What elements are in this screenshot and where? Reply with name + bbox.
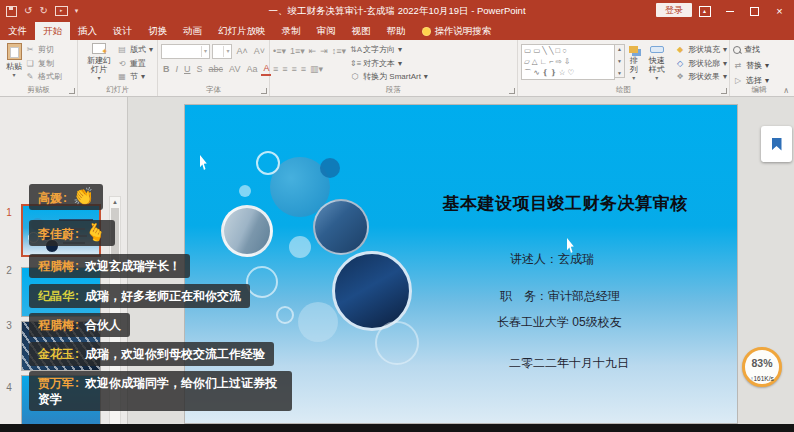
shape-outline-button[interactable]: ◇形状轮廓▾: [675, 58, 727, 69]
tab-animations[interactable]: 动画: [175, 22, 210, 40]
text-direction-button[interactable]: ⇅A文字方向▾: [350, 44, 428, 55]
strikethrough-button[interactable]: abc: [207, 62, 226, 76]
quick-styles-icon: [650, 46, 664, 53]
undo-icon[interactable]: ↺: [24, 3, 32, 19]
scroll-up-icon[interactable]: ▲: [110, 199, 120, 205]
underline-button[interactable]: U: [182, 62, 193, 76]
close-icon[interactable]: ×: [767, 0, 792, 22]
bullets-icon[interactable]: •≡▾: [273, 46, 286, 56]
dialog-launcher-icon[interactable]: [721, 88, 727, 94]
tab-home[interactable]: 开始: [35, 22, 70, 40]
columns-icon[interactable]: ▥▾: [310, 64, 323, 74]
dialog-launcher-icon[interactable]: [509, 88, 515, 94]
copy-button[interactable]: ❏复制: [25, 58, 62, 69]
font-name-combobox[interactable]: ▾: [161, 44, 210, 59]
arrange-icon: [629, 46, 638, 53]
bold-button[interactable]: B: [161, 62, 172, 76]
cut-icon: ✂: [25, 44, 35, 55]
network-status-widget[interactable]: 83% ↑161K/s: [742, 347, 782, 387]
slide-title[interactable]: 基本建设项目竣工财务决算审核: [400, 192, 730, 215]
section-icon: ▦: [117, 71, 127, 82]
dialog-launcher-icon[interactable]: [261, 88, 267, 94]
arrange-button[interactable]: 排列▾: [625, 42, 642, 84]
increase-font-icon[interactable]: A˄: [234, 44, 249, 58]
replace-button[interactable]: ⇄替换▾: [733, 60, 786, 71]
slide-presenter-line[interactable]: 讲述人：玄成瑞: [510, 251, 594, 268]
tab-view[interactable]: 视图: [344, 22, 379, 40]
find-button[interactable]: 查找: [733, 44, 786, 55]
italic-button[interactable]: I: [174, 62, 181, 76]
tab-insert[interactable]: 插入: [70, 22, 105, 40]
slide-date-line[interactable]: 二零二二年十月十九日: [509, 355, 629, 372]
qat-customize-icon[interactable]: ▾: [75, 3, 79, 19]
decorative-circle: [256, 151, 280, 175]
shape-fill-button[interactable]: ◆形状填充▾: [675, 44, 727, 55]
text-shadow-button[interactable]: S: [195, 62, 205, 76]
slide-position-line[interactable]: 职 务：审计部总经理: [500, 288, 620, 305]
building-photo-circle: [313, 199, 369, 255]
format-painter-button[interactable]: ✎格式刷: [25, 71, 62, 82]
align-right-icon[interactable]: ≡: [292, 64, 297, 74]
reset-button[interactable]: ⟲重置: [117, 58, 153, 69]
copy-icon: ❏: [25, 58, 35, 69]
decorative-circle: [246, 266, 278, 298]
tab-design[interactable]: 设计: [105, 22, 140, 40]
slide-number-1: 1: [3, 207, 15, 218]
layout-button[interactable]: ▤版式▾: [117, 44, 153, 55]
bookmark-icon: [772, 138, 782, 151]
smartart-button[interactable]: ⬡转换为 SmartArt▾: [350, 71, 428, 82]
line-spacing-icon[interactable]: ↕≡▾: [332, 46, 346, 56]
tab-review[interactable]: 审阅: [309, 22, 344, 40]
shapes-gallery[interactable]: ▭ ▭ ╲ ╲ □ ○▱ △ ∟ ⌐ ⇨ ⇩⌒ ∿ ❴ ❵ ☆ ♡: [521, 44, 615, 80]
new-slide-button[interactable]: 新建幻灯片 ▾: [81, 42, 117, 84]
group-label-paragraph: 段落: [270, 85, 517, 95]
redo-icon[interactable]: ↻: [39, 3, 47, 19]
align-left-icon[interactable]: ≡: [273, 64, 278, 74]
tab-file[interactable]: 文件: [0, 22, 35, 40]
section-button[interactable]: ▦节▾: [117, 71, 153, 82]
cut-button[interactable]: ✂剪切: [25, 44, 62, 55]
numbering-icon[interactable]: 1≡▾: [290, 46, 305, 56]
decorative-circle: [375, 321, 419, 365]
decrease-indent-icon[interactable]: ⇤: [309, 46, 317, 56]
ribbon-group-slides: 新建幻灯片 ▾ ▤版式▾ ⟲重置 ▦节▾ 幻灯片: [78, 40, 158, 96]
quick-styles-button[interactable]: 快速样式▾: [642, 42, 671, 84]
chat-message: 李佳蔚🫰: [29, 220, 115, 246]
justify-icon[interactable]: ≡: [301, 64, 306, 74]
font-size-combobox[interactable]: ▾: [212, 44, 232, 59]
chat-message: 程腊梅合伙人: [29, 313, 130, 337]
tab-help[interactable]: 帮助: [379, 22, 414, 40]
paste-button[interactable]: 粘贴 ▾: [3, 42, 25, 84]
char-spacing-button[interactable]: AV: [227, 62, 242, 76]
find-icon: [733, 46, 741, 54]
align-text-button[interactable]: ⇕≡对齐文本▾: [350, 58, 428, 69]
shape-effects-button[interactable]: ❖形状效果▾: [675, 71, 727, 82]
smartart-icon: ⬡: [350, 71, 360, 82]
save-icon[interactable]: [6, 6, 17, 17]
change-case-button[interactable]: Aa: [244, 62, 259, 76]
restore-icon[interactable]: [742, 0, 767, 22]
slide-alumni-line[interactable]: 长春工业大学 05级校友: [497, 314, 622, 331]
powerpoint-window: ↺ ↻ ▸ ▾ 一、竣工财务决算审计-玄成瑞 2022年10月19日 - Pow…: [0, 0, 794, 432]
quick-access-toolbar: ↺ ↻ ▸ ▾: [6, 3, 78, 19]
tell-me-box[interactable]: 操作说明搜索: [414, 22, 500, 40]
slideshow-icon[interactable]: ▸: [55, 6, 68, 16]
group-label-editing: 编辑: [730, 85, 788, 95]
chat-message: 高媛👏: [29, 184, 103, 210]
tab-slideshow[interactable]: 幻灯片放映: [210, 22, 274, 40]
minimize-icon[interactable]: [717, 0, 742, 22]
bookmark-widget[interactable]: [761, 126, 792, 162]
decrease-font-icon[interactable]: A˅: [252, 44, 267, 58]
dialog-launcher-icon[interactable]: [69, 88, 75, 94]
shapes-gallery-scroll[interactable]: ▲▼▼: [615, 44, 625, 78]
upload-speed: 161K/s: [754, 375, 774, 382]
ribbon-display-options-icon[interactable]: ▴: [692, 0, 717, 22]
tab-transitions[interactable]: 切换: [140, 22, 175, 40]
ribbon-group-drawing: ▭ ▭ ╲ ╲ □ ○▱ △ ∟ ⌐ ⇨ ⇩⌒ ∿ ❴ ❵ ☆ ♡ ▲▼▼ 排列…: [518, 40, 730, 96]
increase-indent-icon[interactable]: ⇥: [320, 46, 328, 56]
tab-record[interactable]: 录制: [274, 22, 309, 40]
login-button[interactable]: 登录: [656, 3, 692, 17]
collapse-ribbon-icon[interactable]: ∧: [783, 86, 789, 95]
layout-icon: ▤: [117, 44, 127, 55]
align-center-icon[interactable]: ≡: [282, 64, 287, 74]
